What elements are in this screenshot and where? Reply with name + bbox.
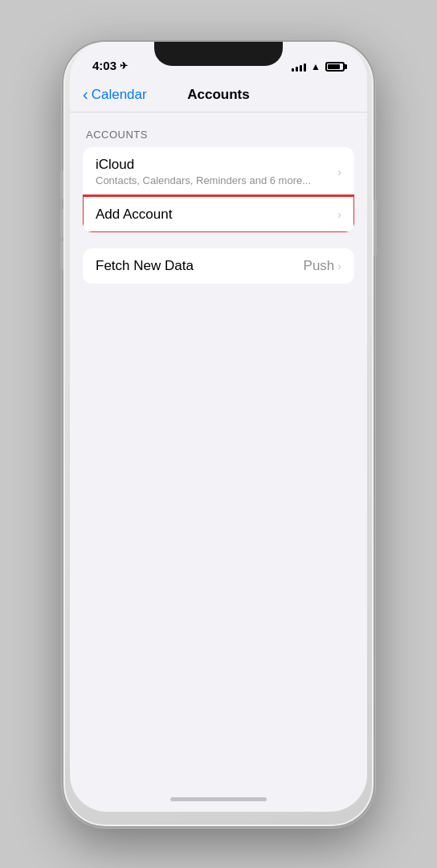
fetch-new-data-row[interactable]: Fetch New Data Push ›: [83, 248, 354, 284]
add-account-title: Add Account: [96, 207, 172, 223]
signal-bar-1: [292, 68, 294, 72]
add-account-chevron-icon: ›: [337, 208, 341, 221]
wifi-icon: ▲: [311, 61, 321, 72]
page-title: Accounts: [187, 87, 249, 103]
fetch-chevron-icon: ›: [337, 260, 341, 272]
fetch-item-left: Fetch New Data: [96, 258, 194, 274]
add-account-right: ›: [337, 208, 341, 221]
home-bar: [170, 797, 267, 801]
fetch-right: Push ›: [304, 258, 341, 274]
time-display: 4:03: [92, 59, 116, 72]
battery-icon: [325, 62, 345, 72]
location-icon: ✈: [120, 60, 128, 72]
signal-bar-2: [296, 67, 298, 72]
status-time: 4:03 ✈: [92, 59, 128, 72]
signal-bar-4: [304, 63, 306, 72]
scroll-content: ACCOUNTS iCloud Contacts, Calendars, Rem…: [70, 113, 367, 786]
phone-frame: 4:03 ✈ ▲ ‹ Calendar: [62, 40, 375, 828]
nav-bar: ‹ Calendar Accounts: [70, 77, 367, 113]
icloud-right: ›: [337, 166, 341, 178]
add-account-item-left: Add Account: [96, 207, 172, 223]
notch: [154, 42, 283, 66]
back-label: Calendar: [92, 87, 147, 103]
fetch-value: Push: [304, 258, 335, 274]
back-button[interactable]: ‹ Calendar: [83, 87, 147, 103]
status-icons: ▲: [292, 61, 345, 72]
battery-fill: [328, 64, 340, 69]
fetch-title: Fetch New Data: [96, 258, 194, 274]
accounts-list-group: iCloud Contacts, Calendars, Reminders an…: [83, 147, 354, 232]
accounts-section-header: ACCOUNTS: [70, 129, 367, 147]
add-account-row[interactable]: Add Account ›: [83, 196, 354, 232]
icloud-subtitle: Contacts, Calendars, Reminders and 6 mor…: [96, 174, 311, 186]
signal-bar-3: [300, 65, 302, 72]
home-indicator: [70, 786, 367, 812]
icloud-title: iCloud: [96, 157, 311, 173]
back-chevron-icon: ‹: [83, 86, 88, 102]
icloud-row[interactable]: iCloud Contacts, Calendars, Reminders an…: [83, 147, 354, 196]
phone-screen: 4:03 ✈ ▲ ‹ Calendar: [70, 42, 367, 812]
icloud-item-left: iCloud Contacts, Calendars, Reminders an…: [96, 157, 311, 186]
icloud-chevron-icon: ›: [337, 166, 341, 178]
signal-bars: [292, 62, 306, 72]
fetch-list-group: Fetch New Data Push ›: [83, 248, 354, 284]
